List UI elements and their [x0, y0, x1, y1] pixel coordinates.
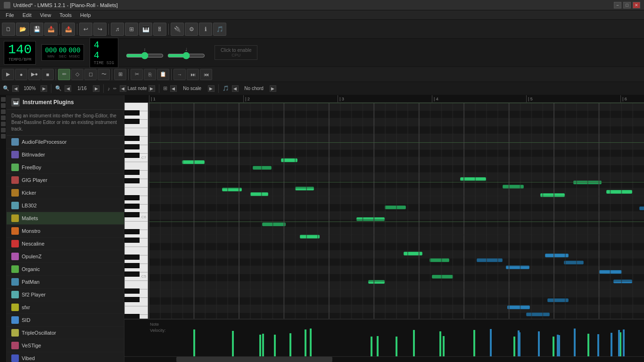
instrument-item-audiofileprocessor[interactable]: AudioFileProcessor	[7, 136, 124, 148]
instrument-item-mallets[interactable]: Mallets	[7, 212, 124, 225]
black-key-Ab5[interactable]	[124, 238, 140, 243]
instrument-item-sfxr[interactable]: sfxr	[7, 301, 124, 314]
menu-tools[interactable]: Tools	[56, 11, 75, 19]
black-key-Bb5[interactable]	[124, 229, 140, 234]
instrument-item-kicker[interactable]: Kicker	[7, 187, 124, 199]
black-key-Gb4[interactable]	[124, 314, 140, 319]
quantize-button[interactable]: ⊞	[114, 69, 126, 80]
detuning-tool-button[interactable]: 〜	[98, 69, 110, 80]
master-volume-slider[interactable]	[126, 53, 164, 58]
export-button[interactable]: 📤	[62, 23, 75, 36]
cpu-indicator[interactable]: Click to enable CPU	[215, 45, 258, 60]
black-key-Ab6[interactable]	[124, 178, 140, 183]
instrument-item-freeboy[interactable]: FreeBoy	[7, 161, 124, 174]
black-key-Ab4[interactable]	[124, 297, 140, 302]
menu-view[interactable]: View	[36, 11, 55, 19]
paste-button[interactable]: 📋	[157, 69, 169, 80]
song-editor-button[interactable]: ♬	[111, 23, 124, 36]
minimize-button[interactable]: −	[614, 2, 621, 8]
grid-area[interactable]	[149, 103, 644, 319]
chord-decrease-button[interactable]: ◀	[232, 85, 239, 92]
instrument-item-nescaline[interactable]: Nescaline	[7, 238, 124, 250]
save-button[interactable]: 💾	[30, 23, 43, 36]
instrument-item-opulenz[interactable]: OpulenZ	[7, 250, 124, 263]
black-key-Gb6[interactable]	[124, 195, 140, 200]
black-key-Eb7[interactable]	[124, 144, 140, 149]
save-as-button[interactable]: 📥	[44, 23, 58, 36]
black-key-Bb4[interactable]	[124, 288, 140, 294]
tempo-display[interactable]: 140 TEMPO/BPM	[4, 41, 36, 65]
instrument-item-sf2-player[interactable]: Sf2 Player	[7, 288, 124, 301]
black-key-Db6[interactable]	[124, 212, 140, 217]
black-key-Gb7[interactable]	[124, 136, 140, 141]
play-button[interactable]: ▶	[2, 69, 14, 80]
black-key-Db5[interactable]	[124, 272, 140, 277]
beat-editor-button[interactable]: ⊞	[125, 23, 138, 36]
notelen-decrease-button[interactable]: ◀	[120, 85, 126, 92]
copy-button[interactable]: ⎘	[144, 69, 156, 80]
vert-icon-6[interactable]	[1, 128, 6, 132]
skip-end-button[interactable]: ⏭	[187, 69, 199, 80]
horizontal-scrollbar[interactable]	[124, 356, 644, 362]
stop-button[interactable]: ■	[41, 69, 54, 80]
mixer-button[interactable]: 🎚	[153, 23, 166, 36]
settings-button[interactable]: ⚙	[185, 23, 198, 36]
instrument-item-vibed[interactable]: Vibed	[7, 352, 124, 362]
skip-start-button[interactable]: ⏮	[200, 69, 212, 80]
close-button[interactable]: ✕	[633, 2, 640, 8]
vert-icon-4[interactable]	[1, 115, 6, 120]
menu-help[interactable]: Help	[76, 11, 95, 19]
instrument-item-sid[interactable]: SID	[7, 314, 124, 327]
piano-roll-button[interactable]: 🎹	[139, 23, 152, 36]
forward-button[interactable]: →	[173, 69, 186, 80]
redo-button[interactable]: ↪	[93, 23, 107, 36]
info-button[interactable]: ℹ	[199, 23, 212, 36]
black-key-Bb6[interactable]	[124, 170, 140, 175]
instrument-item-gig-player[interactable]: GIG Player	[7, 174, 124, 187]
erase-tool-button[interactable]: ◻	[84, 69, 97, 80]
timesig-display[interactable]: 4 4 TIME SIG	[90, 38, 118, 68]
instrument-item-organic[interactable]: Organic	[7, 263, 124, 276]
metronome-button[interactable]: 🎵	[213, 23, 226, 36]
vert-icon-7[interactable]	[1, 134, 6, 139]
record-while-play-button[interactable]: ▶●	[28, 69, 41, 80]
quant-increase-button[interactable]: ▶	[93, 85, 99, 92]
menu-edit[interactable]: Edit	[19, 11, 35, 19]
instrument-item-lb302[interactable]: LB302	[7, 199, 124, 212]
vert-icon-5[interactable]	[1, 122, 6, 126]
vert-icon-3[interactable]	[1, 109, 6, 114]
record-button[interactable]: ●	[15, 69, 27, 80]
instrument-item-monstro[interactable]: Monstro	[7, 225, 124, 238]
notelen-increase-button[interactable]: ▶	[149, 85, 155, 92]
instrument-item-bitinvader[interactable]: BitInvader	[7, 148, 124, 161]
menu-file[interactable]: File	[2, 11, 18, 19]
vert-icon-2[interactable]	[1, 103, 6, 108]
scale-decrease-button[interactable]: ◀	[170, 85, 177, 92]
scale-increase-button[interactable]: ▶	[208, 85, 215, 92]
draw-tool-button[interactable]: ✏	[58, 69, 70, 80]
new-button[interactable]: 🗋	[2, 23, 15, 36]
velocity-bar-8	[274, 335, 276, 356]
black-key-Eb6[interactable]	[124, 204, 140, 209]
maximize-button[interactable]: □	[623, 2, 631, 8]
black-key-Gb5[interactable]	[124, 255, 140, 260]
black-key-Ab7[interactable]	[124, 119, 140, 124]
master-pitch-slider[interactable]	[167, 53, 205, 58]
undo-button[interactable]: ↩	[79, 23, 92, 36]
cut-button[interactable]: ✂	[131, 69, 143, 80]
zoom-control: ◀ 100% ▶	[12, 85, 47, 92]
instrument-item-tripleoscillator[interactable]: TripleOscillator	[7, 327, 124, 339]
quant-decrease-button[interactable]: ◀	[65, 85, 71, 92]
select-tool-button[interactable]: ◇	[71, 69, 83, 80]
black-key-Bb7[interactable]	[124, 110, 140, 115]
plugins-button[interactable]: 🔌	[171, 23, 184, 36]
instrument-item-vestige[interactable]: VeSTige	[7, 339, 124, 352]
vert-icon-1[interactable]	[1, 97, 6, 102]
zoom-increase-button[interactable]: ▶	[41, 85, 47, 92]
black-key-Eb5[interactable]	[124, 263, 140, 268]
open-button[interactable]: 📂	[16, 23, 29, 36]
chord-increase-button[interactable]: ▶	[270, 85, 276, 92]
instrument-item-patman[interactable]: PatMan	[7, 276, 124, 288]
zoom-decrease-button[interactable]: ◀	[12, 85, 19, 92]
black-key-Db7[interactable]	[124, 153, 140, 158]
